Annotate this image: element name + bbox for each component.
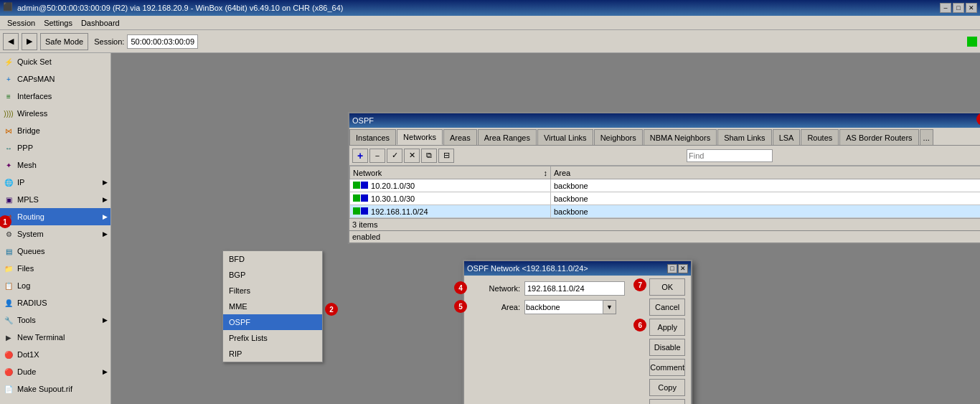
menu-settings[interactable]: Settings [39, 17, 77, 29]
networks-table: Network ↕ Area [349, 166, 980, 218]
sidebar-item-quick-set[interactable]: ⚡ Quick Set [0, 53, 110, 70]
tab-nbma-neighbors[interactable]: NBMA Neighbors [644, 129, 717, 145]
sidebar-item-system[interactable]: ⚙ System ▶ [0, 225, 110, 243]
copy-button[interactable]: ⧉ [421, 149, 437, 163]
forward-button[interactable]: ▶ [22, 33, 37, 50]
sidebar-item-mesh[interactable]: ✦ Mesh [0, 156, 110, 174]
disable-button[interactable]: Disable [649, 339, 685, 356]
tab-more[interactable]: ... [920, 129, 933, 145]
system-arrow: ▶ [103, 230, 108, 238]
main-layout: 1 ⚡ Quick Set + CAPsMAN ≡ Interfaces )))… [0, 53, 980, 404]
dot1x-icon: 🔴 [3, 349, 14, 360]
sidebar-label-routing: Routing [17, 212, 44, 221]
ospf-tab-bar: Instances Networks Areas Area Ranges Vir… [349, 128, 980, 146]
sidebar-item-new-terminal[interactable]: ▶ New Terminal [0, 329, 110, 346]
table-footer: 3 items [349, 218, 980, 230]
tab-virtual-links[interactable]: Virtual Links [537, 129, 593, 145]
submenu-bgp[interactable]: BGP [223, 267, 322, 283]
sidebar-item-mpls[interactable]: ▣ MPLS ▶ [0, 191, 110, 208]
sidebar-item-log[interactable]: 📋 Log [0, 277, 110, 294]
dialog-title-text: OSPF Network <192.168.11.0/24> [467, 264, 667, 273]
sidebar-item-routing[interactable]: ⇌ Routing ▶ [0, 208, 110, 225]
area-select[interactable] [524, 300, 603, 314]
sidebar-label-dot1x: Dot1X [17, 350, 39, 359]
sidebar-label-tools: Tools [17, 316, 36, 324]
comment-button[interactable]: Comment [649, 359, 685, 376]
sidebar: 1 ⚡ Quick Set + CAPsMAN ≡ Interfaces )))… [0, 53, 111, 404]
submenu-ospf[interactable]: OSPF [223, 314, 322, 330]
menu-session[interactable]: Session [3, 17, 39, 29]
copy-button[interactable]: Copy [649, 379, 685, 396]
safe-mode-button[interactable]: Safe Mode [40, 33, 88, 50]
status-icon-blue [361, 194, 368, 202]
enable-button[interactable]: ✓ [387, 149, 402, 163]
tab-lsa[interactable]: LSA [773, 129, 801, 145]
sidebar-item-dot1x[interactable]: 🔴 Dot1X [0, 346, 110, 363]
area-dropdown-button[interactable]: ▼ [603, 300, 616, 314]
cell-area: backbone [551, 205, 981, 218]
tab-sham-links[interactable]: Sham Links [717, 129, 771, 145]
sidebar-item-radius[interactable]: 👤 RADIUS [0, 294, 110, 311]
tab-routes[interactable]: Routes [801, 129, 839, 145]
sidebar-item-queues[interactable]: ▤ Queues [0, 243, 110, 260]
remove-button[interactable]: Remove [649, 399, 685, 404]
apply-button[interactable]: Apply [649, 319, 685, 336]
maximize-button[interactable]: □ [953, 3, 964, 13]
tab-networks[interactable]: Networks [397, 129, 443, 145]
add-button[interactable]: + [352, 149, 368, 163]
wireless-icon: )))) [3, 108, 14, 119]
submenu-filters[interactable]: Filters [223, 283, 322, 299]
find-input[interactable] [687, 149, 773, 162]
mpls-icon: ▣ [3, 194, 14, 205]
cell-area: backbone [551, 192, 981, 205]
routing-submenu: 2 BFD BGP Filters MME OSPF Prefix Lists … [222, 250, 323, 362]
connection-indicator [967, 37, 977, 47]
sidebar-item-wireless[interactable]: )))) Wireless [0, 105, 110, 122]
table-row[interactable]: 10.30.1.0/30 backbone [350, 192, 981, 205]
tab-as-border-routers[interactable]: AS Border Routers [839, 129, 918, 145]
sidebar-label-files: Files [17, 264, 34, 273]
sidebar-item-ppp[interactable]: ↔ PPP [0, 139, 110, 156]
sidebar-label-mpls: MPLS [17, 195, 39, 204]
close-button[interactable]: ✕ [966, 3, 977, 13]
filter-button[interactable]: ⊟ [438, 149, 454, 163]
dialog-title-bar: OSPF Network <192.168.11.0/24> □ ✕ [464, 261, 691, 276]
cancel-button[interactable]: Cancel [649, 299, 685, 316]
app-icon: ⬛ [3, 2, 14, 14]
table-row[interactable]: 10.20.1.0/30 backbone [350, 179, 981, 192]
submenu-prefix-lists[interactable]: Prefix Lists [223, 330, 322, 346]
ppp-icon: ↔ [3, 142, 14, 154]
ok-button[interactable]: OK [649, 278, 685, 296]
tab-areas[interactable]: Areas [443, 129, 477, 145]
back-button[interactable]: ◀ [3, 33, 19, 50]
tab-area-ranges[interactable]: Area Ranges [478, 129, 537, 145]
sidebar-item-ip[interactable]: 🌐 IP ▶ [0, 174, 110, 191]
queues-icon: ▤ [3, 245, 14, 257]
dialog-minimize-button[interactable]: □ [667, 264, 677, 273]
table-row[interactable]: 192.168.11.0/24 backbone [350, 205, 981, 218]
sidebar-item-tools[interactable]: 🔧 Tools ▶ [0, 311, 110, 329]
delete-button[interactable]: − [369, 149, 385, 163]
minimize-button[interactable]: – [940, 3, 951, 13]
sidebar-item-files[interactable]: 📁 Files [0, 260, 110, 277]
tab-instances[interactable]: Instances [349, 129, 396, 145]
disable-button[interactable]: ✕ [404, 149, 420, 163]
sidebar-item-make-supout[interactable]: 📄 Make Supout.rif [0, 380, 110, 398]
menu-dashboard[interactable]: Dashboard [77, 17, 124, 29]
sidebar-item-interfaces[interactable]: ≡ Interfaces [0, 88, 110, 105]
area-label: Area: [470, 303, 520, 311]
sidebar-label-quick-set: Quick Set [17, 57, 52, 66]
sidebar-item-capsman[interactable]: + CAPsMAN [0, 70, 110, 88]
submenu-rip[interactable]: RIP [223, 346, 322, 362]
sidebar-item-bridge[interactable]: ⋈ Bridge [0, 122, 110, 139]
submenu-bfd[interactable]: BFD [223, 251, 322, 267]
ip-icon: 🌐 [3, 177, 14, 188]
submenu-mme[interactable]: MME [223, 299, 322, 314]
sidebar-item-dude[interactable]: 🔴 Dude ▶ [0, 363, 110, 380]
tab-neighbors[interactable]: Neighbors [594, 129, 643, 145]
network-input[interactable] [524, 281, 625, 296]
content-area: 2 BFD BGP Filters MME OSPF Prefix Lists … [111, 53, 980, 404]
ospf-window: 3 OSPF □ ✕ Instances Networks Areas Area… [348, 112, 980, 244]
session-label: Session: [94, 37, 124, 46]
dialog-close-button[interactable]: ✕ [678, 264, 688, 273]
